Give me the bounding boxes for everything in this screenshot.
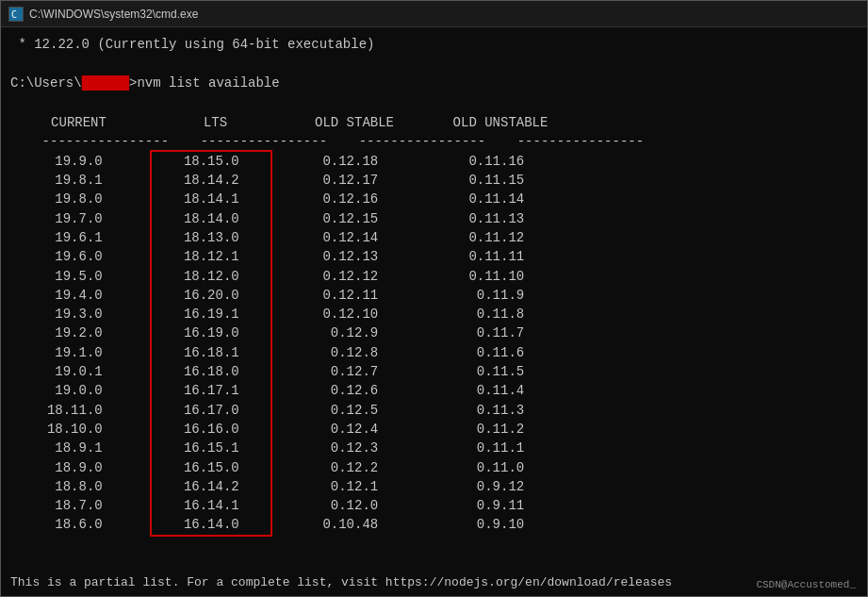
watermark: CSDN@Accustomed_ xyxy=(756,579,856,590)
cell-current: 19.6.1 xyxy=(10,228,147,247)
cell-old-unstable: 0.11.4 xyxy=(425,381,576,400)
table-row: 19.6.0 18.12.1 0.12.13 0.11.11 xyxy=(10,247,858,266)
table-row: 18.6.0 16.14.0 0.10.48 0.9.10 xyxy=(10,515,858,534)
table-row: 19.5.0 18.12.0 0.12.12 0.11.10 xyxy=(10,267,858,286)
cell-old-stable: 0.12.9 xyxy=(284,323,425,342)
cell-old-stable: 0.12.1 xyxy=(284,477,425,496)
cell-current: 19.0.0 xyxy=(10,381,147,400)
cell-old-stable: 0.12.0 xyxy=(284,496,425,515)
cell-old-stable: 0.12.2 xyxy=(284,458,425,477)
cell-current: 18.10.0 xyxy=(10,420,147,439)
blank-line2 xyxy=(10,92,858,111)
cell-old-stable: 0.12.10 xyxy=(284,305,425,323)
cell-lts: 18.12.1 xyxy=(147,247,284,266)
cell-old-unstable: 0.11.7 xyxy=(425,323,576,342)
cell-old-unstable: 0.11.9 xyxy=(425,286,576,305)
cell-current: 18.11.0 xyxy=(10,401,147,420)
table-divider: ---------------- ---------------- ------… xyxy=(10,132,858,151)
header-lts: LTS xyxy=(147,113,284,132)
cell-old-unstable: 0.9.11 xyxy=(425,496,576,515)
footer-text: This is a partial list. For a complete l… xyxy=(1,574,867,592)
cell-lts: 18.14.1 xyxy=(147,190,284,208)
cell-current: 19.1.0 xyxy=(10,343,147,362)
table-row: 18.7.0 16.14.1 0.12.0 0.9.11 xyxy=(10,496,858,515)
blank-line xyxy=(10,54,858,73)
cell-old-stable: 0.10.48 xyxy=(284,515,425,534)
cell-lts: 16.17.1 xyxy=(147,381,284,400)
redacted-user: ██████ xyxy=(82,75,129,91)
cell-old-stable: 0.12.6 xyxy=(284,381,425,400)
table-row: 18.9.1 16.15.1 0.12.3 0.11.1 xyxy=(10,439,858,457)
cell-lts: 16.19.0 xyxy=(147,323,284,342)
cell-old-unstable: 0.11.11 xyxy=(425,247,576,266)
cell-current: 19.7.0 xyxy=(10,209,147,228)
cell-lts: 18.14.2 xyxy=(147,171,284,190)
cell-current: 18.6.0 xyxy=(10,515,147,534)
cell-current: 19.8.1 xyxy=(10,171,147,190)
cell-lts: 16.15.1 xyxy=(147,439,284,457)
cmd-icon: C xyxy=(8,7,24,22)
cell-current: 18.8.0 xyxy=(10,477,147,496)
cell-lts: 16.14.0 xyxy=(147,515,284,534)
cell-current: 19.5.0 xyxy=(10,267,147,286)
cell-old-unstable: 0.11.14 xyxy=(425,190,576,208)
table-row: 18.11.0 16.17.0 0.12.5 0.11.3 xyxy=(10,401,858,420)
header-current: CURRENT xyxy=(10,113,147,132)
cell-old-unstable: 0.11.3 xyxy=(425,401,576,420)
cell-old-unstable: 0.11.12 xyxy=(425,228,576,247)
cell-current: 19.2.0 xyxy=(10,323,147,342)
cell-old-stable: 0.12.3 xyxy=(284,439,425,457)
cell-old-stable: 0.12.8 xyxy=(284,343,425,362)
table-row: 19.7.0 18.14.0 0.12.15 0.11.13 xyxy=(10,209,858,228)
cell-current: 19.6.0 xyxy=(10,247,147,266)
cell-old-stable: 0.12.13 xyxy=(284,247,425,266)
cell-current: 18.9.0 xyxy=(10,458,147,477)
cell-old-stable: 0.12.16 xyxy=(284,190,425,208)
version-line: * 12.22.0 (Currently using 64-bit execut… xyxy=(10,35,858,54)
table-row: 19.0.0 16.17.1 0.12.6 0.11.4 xyxy=(10,381,858,400)
table-row: 19.4.0 16.20.0 0.12.11 0.11.9 xyxy=(10,286,858,305)
cell-lts: 16.16.0 xyxy=(147,420,284,439)
cell-old-stable: 0.12.17 xyxy=(284,171,425,190)
cell-current: 19.9.0 xyxy=(10,152,147,171)
title-bar: C C:\WINDOWS\system32\cmd.exe xyxy=(1,1,867,27)
cell-lts: 16.15.0 xyxy=(147,458,284,477)
table-row: 19.1.0 16.18.1 0.12.8 0.11.6 xyxy=(10,343,858,362)
table-row: 19.2.0 16.19.0 0.12.9 0.11.7 xyxy=(10,323,858,342)
cell-old-stable: 0.12.5 xyxy=(284,401,425,420)
cell-old-stable: 0.12.11 xyxy=(284,286,425,305)
cell-old-stable: 0.12.18 xyxy=(284,152,425,171)
cell-lts: 16.18.1 xyxy=(147,343,284,362)
cell-old-stable: 0.12.15 xyxy=(284,209,425,228)
cell-old-stable: 0.12.14 xyxy=(284,228,425,247)
table-data: 19.9.0 18.15.0 0.12.18 0.11.16 19.8.1 18… xyxy=(10,152,858,535)
cell-old-unstable: 0.11.1 xyxy=(425,439,576,457)
table-row: 19.0.1 16.18.0 0.12.7 0.11.5 xyxy=(10,362,858,381)
cell-old-unstable: 0.11.5 xyxy=(425,362,576,381)
cell-old-stable: 0.12.4 xyxy=(284,420,425,439)
cell-lts: 16.20.0 xyxy=(147,286,284,305)
cell-old-stable: 0.12.12 xyxy=(284,267,425,286)
cell-current: 18.9.1 xyxy=(10,439,147,457)
cell-current: 18.7.0 xyxy=(10,496,147,515)
header-old-unstable: OLD UNSTABLE xyxy=(425,113,576,132)
window-title: C:\WINDOWS\system32\cmd.exe xyxy=(29,8,198,21)
table-header: CURRENT LTS OLD STABLE OLD UNSTABLE xyxy=(10,113,858,132)
command-line: C:\Users\██████>nvm list available xyxy=(10,74,858,92)
cell-old-unstable: 0.11.6 xyxy=(425,343,576,362)
cell-lts: 16.18.0 xyxy=(147,362,284,381)
table-row: 18.9.0 16.15.0 0.12.2 0.11.0 xyxy=(10,458,858,477)
cell-current: 19.4.0 xyxy=(10,286,147,305)
command-text: >nvm list available xyxy=(129,75,280,91)
cell-old-unstable: 0.11.16 xyxy=(425,152,576,171)
versions-table: CURRENT LTS OLD STABLE OLD UNSTABLE ----… xyxy=(10,113,858,535)
cell-lts: 18.14.0 xyxy=(147,209,284,228)
cmd-window: C C:\WINDOWS\system32\cmd.exe * 12.22.0 … xyxy=(0,0,868,597)
cell-lts: 16.19.1 xyxy=(147,305,284,323)
cell-lts: 18.15.0 xyxy=(147,152,284,171)
table-row: 18.10.0 16.16.0 0.12.4 0.11.2 xyxy=(10,420,858,439)
cell-old-unstable: 0.11.8 xyxy=(425,305,576,323)
table-row: 18.8.0 16.14.2 0.12.1 0.9.12 xyxy=(10,477,858,496)
table-row: 19.9.0 18.15.0 0.12.18 0.11.16 xyxy=(10,152,858,171)
cell-lts: 16.14.2 xyxy=(147,477,284,496)
